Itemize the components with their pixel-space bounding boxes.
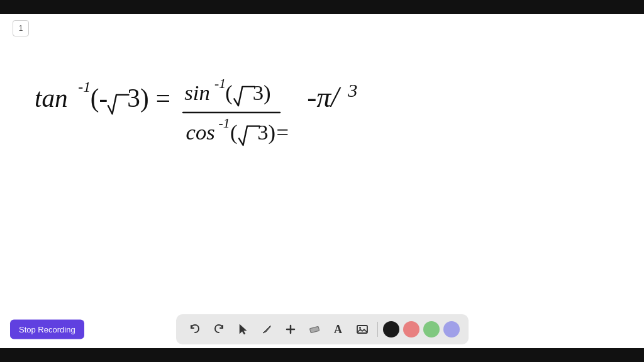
color-lavender-button[interactable]	[443, 321, 460, 337]
svg-text:(: (	[225, 81, 233, 106]
svg-marker-17	[240, 324, 247, 334]
svg-text:-1: -1	[218, 116, 230, 131]
color-green-button[interactable]	[423, 321, 440, 337]
svg-text:3): 3)	[253, 81, 271, 106]
svg-text:3: 3	[347, 80, 357, 101]
image-tool-button[interactable]	[352, 319, 372, 339]
svg-text:-π/: -π/	[307, 81, 341, 113]
undo-button[interactable]	[185, 319, 205, 339]
stop-recording-button[interactable]: Stop Recording	[10, 320, 84, 339]
svg-text:-1: -1	[214, 76, 226, 91]
svg-text:=: =	[156, 84, 170, 112]
svg-text:3): 3)	[127, 84, 148, 113]
color-pink-button[interactable]	[403, 321, 419, 337]
svg-text:tan: tan	[35, 84, 68, 112]
svg-text:(-: (-	[91, 84, 108, 113]
math-content: tan -1 (- 3) = sin -1 ( 3) cos -1 ( 3)	[35, 58, 443, 184]
page-number: 1	[13, 20, 29, 36]
select-tool-button[interactable]	[233, 319, 253, 339]
redo-button[interactable]	[209, 319, 229, 339]
pen-tool-button[interactable]	[257, 319, 277, 339]
color-black-button[interactable]	[383, 321, 399, 337]
svg-text:sin: sin	[184, 81, 209, 105]
svg-rect-20	[309, 326, 319, 332]
svg-text:cos: cos	[186, 120, 215, 144]
svg-text:3): 3)	[257, 120, 275, 145]
toolbar: A	[176, 314, 469, 344]
add-button[interactable]	[280, 319, 301, 339]
svg-text:(: (	[230, 120, 238, 145]
svg-rect-21	[357, 326, 367, 333]
toolbar-row: Stop Recording	[0, 310, 644, 348]
svg-text:=: =	[277, 120, 289, 144]
top-bar	[0, 0, 644, 14]
bottom-bar	[0, 348, 644, 362]
svg-point-22	[359, 327, 361, 329]
svg-text:-1: -1	[78, 79, 91, 96]
whiteboard-canvas[interactable]: 1 tan -1 (- 3) = sin -1 ( 3) cos -1	[0, 14, 644, 310]
eraser-button[interactable]	[304, 319, 325, 339]
toolbar-separator	[377, 322, 378, 337]
text-tool-button[interactable]: A	[328, 319, 348, 339]
